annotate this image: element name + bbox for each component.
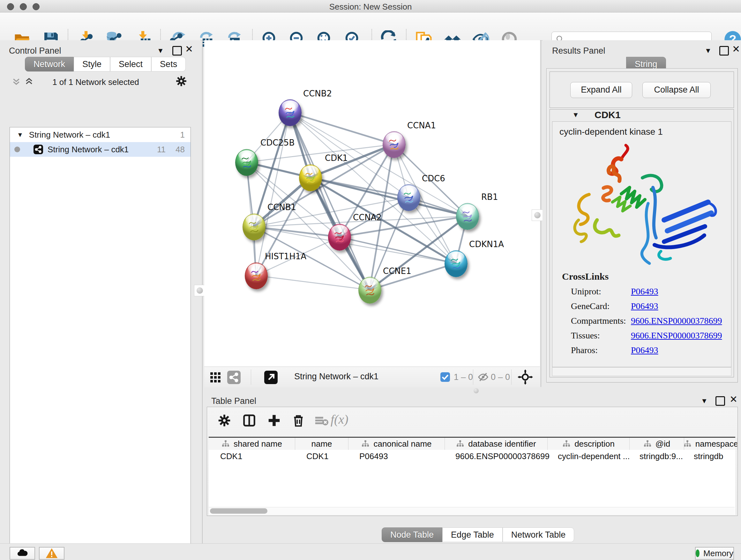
network-node-ccnb2[interactable]	[279, 99, 301, 126]
tab-node-table[interactable]: Node Table	[382, 527, 442, 542]
protein-thumbnail	[303, 170, 318, 186]
expand-all-button[interactable]: Expand All	[570, 82, 632, 98]
splitter-grip[interactable]	[532, 209, 543, 221]
birds-eye-view-icon[interactable]	[209, 371, 221, 385]
window-title: Session: New Session	[0, 2, 741, 12]
horizontal-splitter[interactable]	[204, 387, 741, 394]
protein-thumbnail	[449, 256, 463, 272]
tab-network-table[interactable]: Network Table	[502, 527, 575, 542]
table-panel-collapse-icon[interactable]: ▼	[701, 397, 708, 405]
crosslink-row: Pharos: P06493	[571, 345, 731, 355]
node-label-ccna2: CCNA2	[353, 212, 382, 222]
column-header-canonicalname[interactable]: canonical name	[348, 438, 445, 450]
gear-icon[interactable]	[217, 413, 232, 428]
network-edge-count: 48	[176, 145, 185, 154]
toolbar-separator	[511, 369, 512, 385]
results-panel-close-icon[interactable]: ✕	[732, 45, 740, 53]
crosslink-link[interactable]: P06493	[631, 301, 658, 311]
main-toolbar: ?	[0, 12, 741, 41]
crosslink-label: GeneCard:	[571, 301, 631, 311]
cell-sharedname[interactable]: CDK1	[209, 450, 300, 462]
section-collapse-icon[interactable]: ▼	[572, 111, 579, 119]
network-options-gear-icon[interactable]	[175, 75, 188, 89]
network-node-cdkn1a[interactable]	[445, 250, 468, 277]
columns-icon[interactable]	[242, 413, 257, 428]
network-view[interactable]: CCNB2CCNA1CDC25BCDK1CDC6RB1CCNB1CCNA2CDK…	[204, 40, 540, 367]
table-panel-close-icon[interactable]: ✕	[730, 395, 738, 403]
crosslink-link[interactable]: 9606.ENSP00000378699	[631, 316, 722, 326]
collapse-all-button[interactable]: Collapse All	[643, 82, 711, 98]
selected-checkbox-icon[interactable]	[441, 372, 450, 382]
crosslink-link[interactable]: 9606.ENSP00000378699	[631, 330, 722, 341]
control-panel: Control Panel ▼ ✕ NetworkStyleSelectSets…	[0, 40, 200, 543]
crosslink-label: Compartments:	[571, 316, 631, 326]
node-label-cdk1: CDK1	[325, 153, 348, 163]
node-label-ccne1: CCNE1	[383, 266, 411, 276]
network-row[interactable]: String Network – cdk1 11 48	[10, 142, 191, 157]
results-panel-collapse-icon[interactable]: ▼	[704, 47, 712, 55]
warning-button[interactable]	[39, 547, 64, 560]
network-node-ccne1[interactable]	[358, 277, 381, 304]
cell-name[interactable]: CDK1	[300, 450, 353, 462]
toolbar-separator	[251, 369, 251, 385]
control-panel-close-icon[interactable]: ✕	[185, 45, 193, 53]
control-panel-float-icon[interactable]	[172, 46, 182, 56]
hidden-eye-slash-icon	[477, 371, 489, 384]
column-header-id[interactable]: @id	[630, 438, 684, 450]
tab-edge-table[interactable]: Edge Table	[442, 527, 502, 542]
cell-canonicalname[interactable]: P06493	[353, 450, 449, 462]
cloud-button[interactable]	[10, 547, 35, 560]
network-collection-row[interactable]: ▼ String Network – cdk1 1	[10, 127, 191, 142]
splitter-grip[interactable]	[194, 285, 205, 296]
network-node-cdc25b[interactable]	[235, 149, 258, 176]
network-node-ccnb1[interactable]	[243, 213, 266, 240]
network-node-hist1h1a[interactable]	[245, 262, 268, 289]
control-panel-tabs: NetworkStyleSelectSets	[25, 57, 186, 71]
column-header-namespace[interactable]: namespace	[684, 438, 738, 450]
network-node-cdc6[interactable]	[397, 184, 420, 211]
table-hscrollbar[interactable]	[209, 507, 735, 515]
network-node-rb1[interactable]	[456, 203, 479, 230]
column-header-description[interactable]: description	[548, 438, 630, 450]
crosslink-label: Uniprot:	[571, 287, 631, 297]
status-bar: Memory	[0, 543, 741, 560]
crosslink-link[interactable]: P06493	[631, 345, 658, 355]
memory-button[interactable]: Memory	[695, 547, 734, 560]
tab-style[interactable]: Style	[74, 57, 110, 71]
delete-column-icon[interactable]	[291, 413, 306, 428]
string-view-icon[interactable]	[227, 371, 241, 384]
results-scrollbar[interactable]	[552, 367, 731, 376]
tree-expand-icon[interactable]: ▼	[17, 131, 23, 138]
network-node-ccna1[interactable]	[383, 131, 406, 158]
column-header-databaseidentifier[interactable]: database identifier	[445, 438, 548, 450]
table-row[interactable]: CDK1CDK1P064939606.ENSP00000378699cyclin…	[209, 450, 735, 462]
column-header-name[interactable]: name	[295, 438, 348, 450]
results-panel-title: Results Panel	[552, 46, 605, 56]
tab-sets[interactable]: Sets	[151, 57, 186, 71]
cell-namespace[interactable]: stringdb	[687, 450, 740, 462]
cell-description[interactable]: cyclin-dependent ...	[551, 450, 633, 462]
results-panel-float-icon[interactable]	[719, 46, 729, 56]
node-label-ccnb1: CCNB1	[267, 202, 296, 212]
node-label-rb1: RB1	[481, 192, 498, 202]
table-panel-float-icon[interactable]	[716, 396, 725, 406]
tab-network[interactable]: Network	[25, 57, 74, 71]
network-node-ccna2[interactable]	[328, 224, 351, 251]
network-view-title: String Network – cdk1	[294, 372, 379, 381]
tab-select[interactable]: Select	[110, 57, 151, 71]
crosslinks-list: Uniprot: P06493GeneCard: P06493Compartme…	[552, 287, 731, 355]
cell-id[interactable]: stringdb:9...	[633, 450, 687, 462]
control-panel-collapse-icon[interactable]: ▼	[157, 47, 164, 55]
column-header-sharedname[interactable]: shared name	[209, 438, 295, 450]
network-node-cdk1[interactable]	[299, 165, 322, 191]
add-column-icon[interactable]	[267, 413, 281, 428]
collapse-all-networks-icon[interactable]	[24, 77, 34, 87]
collection-count: 1	[180, 130, 185, 140]
crosslink-link[interactable]: P06493	[631, 287, 658, 297]
fit-content-crosshair-icon[interactable]	[518, 369, 533, 386]
function-builder-icon: f(x)	[331, 412, 348, 427]
detach-view-icon[interactable]	[264, 371, 278, 384]
expand-all-networks-icon[interactable]	[11, 77, 21, 87]
scrollbar-thumb[interactable]	[210, 508, 267, 514]
cell-databaseidentifier[interactable]: 9606.ENSP00000378699	[449, 450, 551, 462]
